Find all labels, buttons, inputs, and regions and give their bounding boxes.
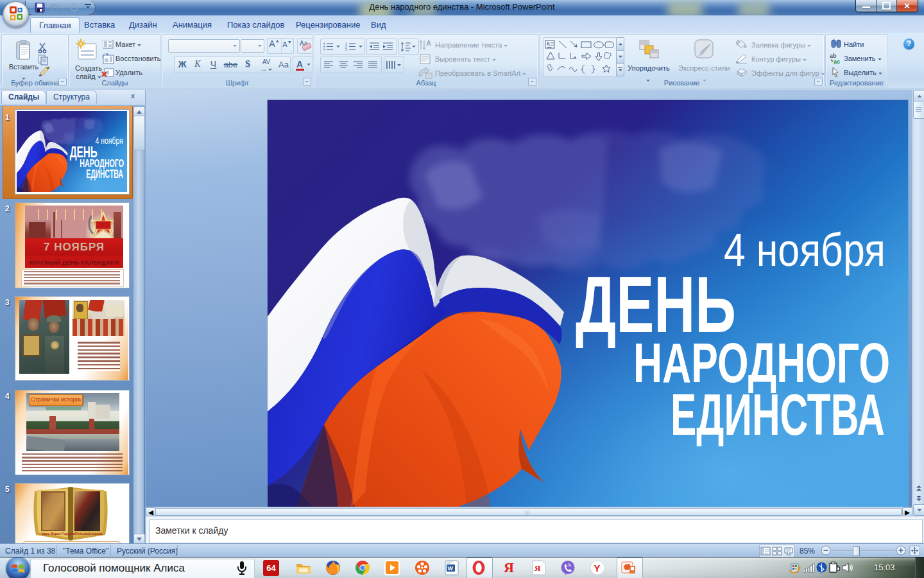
svg-text:Царь Борис Годунов: Царь Борис Годунов	[42, 532, 75, 536]
svg-text:Я: Я	[535, 563, 541, 573]
svg-text:W: W	[448, 565, 454, 572]
svg-text:3: 3	[345, 48, 347, 51]
svg-text:ac: ac	[834, 58, 840, 64]
svg-text:A: A	[547, 40, 551, 46]
svg-text:Польский король: Польский король	[75, 532, 103, 536]
svg-text:A: A	[426, 39, 431, 47]
svg-text:Y: Y	[594, 563, 601, 574]
